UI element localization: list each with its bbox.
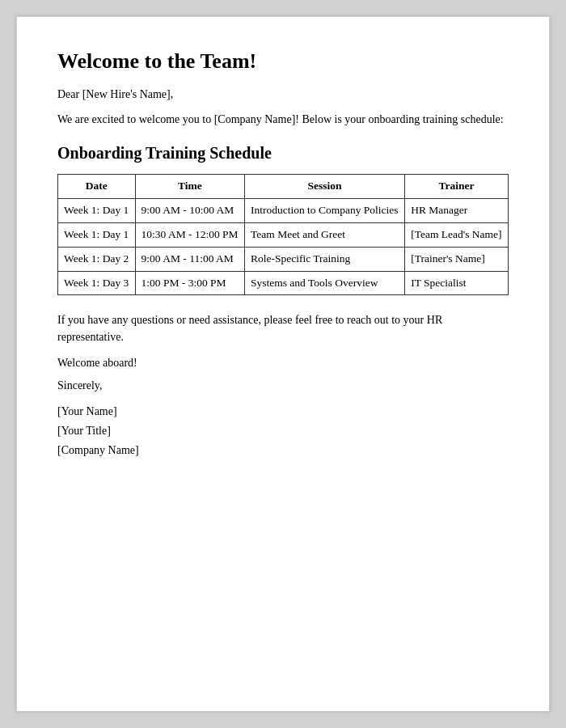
cell-session: Systems and Tools Overview [244,271,404,295]
cell-date: Week 1: Day 2 [58,247,136,271]
schedule-table: Date Time Session Trainer Week 1: Day 19… [57,174,509,295]
col-header-date: Date [58,175,136,199]
table-header-row: Date Time Session Trainer [58,175,509,199]
signature-line: [Your Title] [57,421,509,441]
sincerely-text: Sincerely, [57,379,509,392]
section-title: Onboarding Training Schedule [57,144,509,163]
intro-text: We are excited to welcome you to [Compan… [57,111,509,128]
footer-text: If you have any questions or need assist… [57,311,509,345]
cell-date: Week 1: Day 1 [58,222,136,247]
table-row: Week 1: Day 110:30 AM - 12:00 PMTeam Mee… [58,222,509,247]
cell-session: Introduction to Company Policies [244,198,404,222]
signature-block: [Your Name][Your Title][Company Name] [57,402,509,459]
cell-trainer: [Trainer's Name] [405,247,509,271]
cell-session: Role-Specific Training [244,247,404,271]
cell-session: Team Meet and Greet [244,222,404,247]
cell-date: Week 1: Day 1 [58,198,136,222]
main-title: Welcome to the Team! [57,49,509,74]
welcome-aboard-text: Welcome aboard! [57,357,509,370]
cell-date: Week 1: Day 3 [58,271,136,295]
col-header-trainer: Trainer [405,175,509,199]
cell-trainer: IT Specialist [405,271,509,295]
col-header-time: Time [135,175,244,199]
signature-line: [Company Name] [57,441,509,460]
document-page: Welcome to the Team! Dear [New Hire's Na… [16,16,550,712]
table-row: Week 1: Day 19:00 AM - 10:00 AMIntroduct… [58,198,509,222]
col-header-session: Session [244,175,404,199]
cell-time: 9:00 AM - 11:00 AM [135,247,244,271]
cell-time: 1:00 PM - 3:00 PM [135,271,244,295]
cell-time: 10:30 AM - 12:00 PM [135,222,244,247]
table-row: Week 1: Day 31:00 PM - 3:00 PMSystems an… [58,271,509,295]
signature-line: [Your Name] [57,402,509,421]
cell-trainer: HR Manager [405,198,509,222]
table-row: Week 1: Day 29:00 AM - 11:00 AMRole-Spec… [58,247,509,271]
cell-trainer: [Team Lead's Name] [405,222,509,247]
cell-time: 9:00 AM - 10:00 AM [135,198,244,222]
greeting-text: Dear [New Hire's Name], [57,88,509,101]
